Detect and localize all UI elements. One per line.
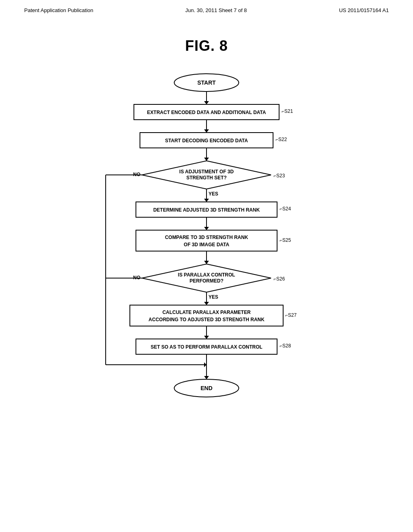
svg-text:DETERMINE ADJUSTED 3D STRENGTH: DETERMINE ADJUSTED 3D STRENGTH RANK	[153, 207, 260, 213]
svg-text:EXTRACT ENCODED DATA AND ADDIT: EXTRACT ENCODED DATA AND ADDITIONAL DATA	[147, 110, 266, 115]
svg-text:⌐S28: ⌐S28	[280, 343, 291, 349]
svg-text:START DECODING ENCODED DATA: START DECODING ENCODED DATA	[165, 138, 248, 143]
svg-text:YES: YES	[209, 191, 218, 197]
svg-marker-57	[204, 376, 209, 379]
svg-text:⌐S26: ⌐S26	[273, 276, 285, 282]
svg-text:⌐S23: ⌐S23	[273, 173, 285, 179]
svg-text:IS ADJUSTMENT OF 3D: IS ADJUSTMENT OF 3D	[179, 169, 234, 175]
svg-marker-20	[204, 199, 209, 202]
svg-text:⌐S27: ⌐S27	[285, 312, 297, 318]
figure-title: FIG. 8	[0, 37, 413, 54]
header-center: Jun. 30, 2011 Sheet 7 of 8	[186, 7, 247, 13]
svg-text:YES: YES	[209, 294, 218, 300]
svg-text:PERFORMED?: PERFORMED?	[190, 278, 223, 284]
svg-marker-31	[204, 261, 209, 264]
svg-text:IS PARALLAX CONTROL: IS PARALLAX CONTROL	[178, 272, 235, 278]
svg-marker-13	[204, 158, 209, 161]
svg-rect-26	[136, 230, 277, 251]
svg-marker-3	[204, 101, 209, 104]
header-left: Patent Application Publication	[24, 7, 93, 13]
svg-text:COMPARE TO 3D STRENGTH RANK: COMPARE TO 3D STRENGTH RANK	[165, 235, 248, 240]
svg-text:⌐S25: ⌐S25	[280, 237, 291, 243]
svg-text:SET SO AS TO PERFORM PARALLAX : SET SO AS TO PERFORM PARALLAX CONTROL	[150, 344, 262, 350]
svg-text:OF 3D IMAGE DATA: OF 3D IMAGE DATA	[184, 242, 229, 247]
flowchart-svg: START EXTRACT ENCODED DATA AND ADDITIONA…	[65, 71, 348, 494]
svg-text:⌐S22: ⌐S22	[275, 137, 287, 142]
svg-text:STRENGTH SET?: STRENGTH SET?	[186, 175, 227, 181]
svg-text:⌐S21: ⌐S21	[282, 108, 293, 114]
page-header: Patent Application Publication Jun. 30, …	[0, 0, 413, 13]
svg-text:END: END	[200, 385, 213, 391]
svg-marker-44	[204, 336, 209, 339]
header-right: US 2011/0157164 A1	[339, 7, 389, 13]
svg-marker-8	[204, 129, 209, 133]
flowchart: START EXTRACT ENCODED DATA AND ADDITIONA…	[0, 71, 413, 494]
svg-rect-39	[130, 305, 283, 326]
svg-text:⌐S24: ⌐S24	[280, 206, 291, 212]
svg-marker-25	[204, 227, 209, 230]
svg-text:CALCULATE PARALLAX PARAMETER: CALCULATE PARALLAX PARAMETER	[163, 310, 251, 315]
svg-marker-38	[204, 302, 209, 305]
svg-text:ACCORDING TO ADJUSTED 3D STREN: ACCORDING TO ADJUSTED 3D STRENGTH RANK	[148, 317, 265, 322]
svg-text:START: START	[197, 79, 216, 86]
